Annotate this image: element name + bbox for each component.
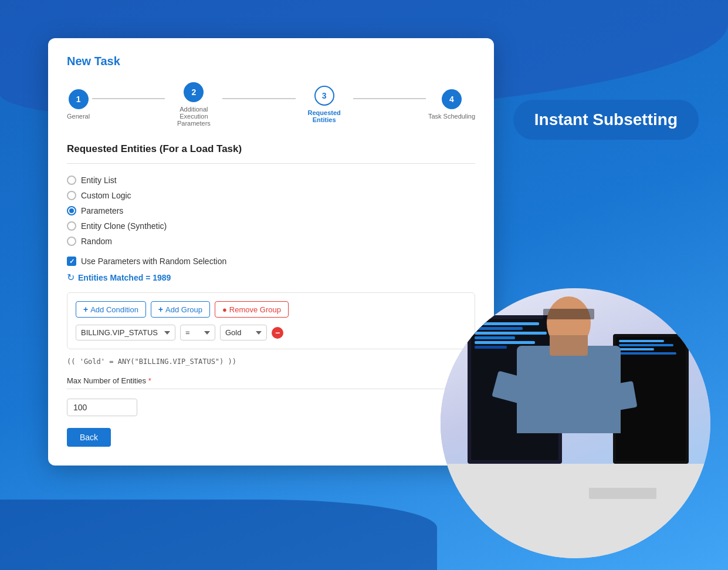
- radio-parameters[interactable]: Parameters: [67, 206, 475, 215]
- back-button[interactable]: Back: [67, 428, 111, 447]
- step-1-label: General: [67, 113, 90, 120]
- section-title: Requested Entities (For a Load Task): [67, 143, 475, 164]
- radio-entity-clone[interactable]: Entity Clone (Synthetic): [67, 221, 475, 231]
- max-entities-section: Max Number of Entities *: [67, 376, 475, 416]
- step-1-circle: 1: [69, 89, 89, 109]
- field-divider: [67, 389, 475, 389]
- step-line-2: [222, 98, 295, 99]
- step-4-circle: 4: [442, 89, 462, 109]
- step-2: 2 Additional Execution Parameters: [167, 82, 220, 127]
- instant-subsetting-badge: Instant Subsetting: [513, 100, 699, 140]
- condition-buttons: + Add Condition + Add Group ● Remove Gro…: [76, 301, 466, 318]
- step-3: 3 Requested Entities: [298, 86, 351, 123]
- max-entities-input[interactable]: [67, 399, 137, 416]
- radio-random-indicator: [67, 237, 76, 246]
- step-2-circle: 2: [184, 82, 204, 102]
- sql-preview: (( 'Gold' = ANY("BILLING.VIP_STATUS") )): [67, 357, 475, 366]
- step-3-label: Requested Entities: [298, 109, 351, 123]
- minus-icon-remove-group: ●: [222, 305, 227, 314]
- radio-entity-list[interactable]: Entity List: [67, 176, 475, 185]
- person-illustration: [441, 288, 710, 558]
- value-selector[interactable]: Gold: [220, 325, 267, 340]
- operator-selector[interactable]: =: [180, 325, 215, 340]
- radio-group: Entity List Custom Logic Parameters Enti…: [67, 176, 475, 246]
- plus-icon-add-group: +: [158, 305, 163, 314]
- person-photo: [441, 288, 710, 558]
- radio-entity-list-indicator: [67, 176, 76, 185]
- step-line-1: [92, 98, 165, 99]
- entities-matched-row: ↻ Entities Matched = 1989: [67, 272, 475, 283]
- radio-custom-logic[interactable]: Custom Logic: [67, 191, 475, 200]
- modal-title: New Task: [67, 55, 475, 68]
- field-selector[interactable]: BILLING.VIP_STATUS: [76, 325, 175, 340]
- checkbox-random-selection[interactable]: Use Parameters with Random Selection: [67, 257, 475, 266]
- step-1: 1 General: [67, 89, 90, 120]
- checkbox-label: Use Parameters with Random Selection: [81, 257, 226, 266]
- max-entities-label: Max Number of Entities *: [67, 376, 475, 385]
- remove-group-button[interactable]: ● Remove Group: [215, 301, 289, 318]
- radio-random[interactable]: Random: [67, 237, 475, 246]
- stepper: 1 General 2 Additional Execution Paramet…: [67, 82, 475, 127]
- required-marker: *: [148, 376, 151, 385]
- entities-matched-text: Entities Matched = 1989: [78, 273, 171, 282]
- condition-row: BILLING.VIP_STATUS = Gold −: [76, 325, 466, 340]
- plus-icon-add-condition: +: [83, 305, 88, 314]
- add-condition-button[interactable]: + Add Condition: [76, 301, 146, 318]
- remove-condition-button[interactable]: −: [272, 327, 283, 339]
- modal-card: New Task 1 General 2 Additional Executio…: [48, 38, 494, 466]
- condition-builder: + Add Condition + Add Group ● Remove Gro…: [67, 292, 475, 349]
- refresh-icon[interactable]: ↻: [67, 272, 75, 283]
- step-3-circle: 3: [314, 86, 334, 106]
- radio-parameters-indicator: [67, 206, 76, 215]
- step-4-label: Task Scheduling: [428, 113, 475, 120]
- step-line-3: [353, 98, 426, 99]
- step-4: 4 Task Scheduling: [428, 89, 475, 120]
- action-buttons: Back: [67, 428, 475, 447]
- step-2-label: Additional Execution Parameters: [167, 106, 220, 127]
- checkbox-indicator: [67, 257, 76, 266]
- radio-entity-clone-indicator: [67, 221, 76, 231]
- radio-custom-logic-indicator: [67, 191, 76, 200]
- add-group-button[interactable]: + Add Group: [151, 301, 210, 318]
